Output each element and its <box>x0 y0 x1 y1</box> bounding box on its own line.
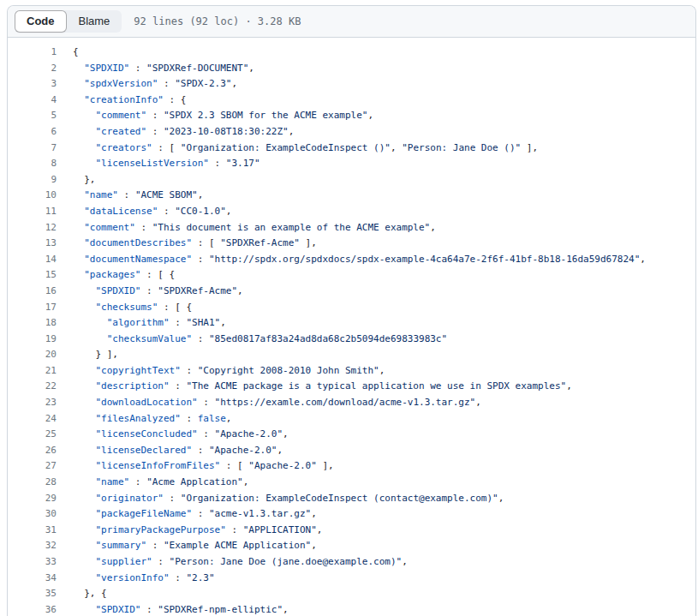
tab-code[interactable]: Code <box>15 10 67 33</box>
token-k: "comment" <box>96 110 147 121</box>
line-number[interactable]: 33 <box>8 554 57 571</box>
token-k: "checksums" <box>96 302 158 313</box>
line-number[interactable]: 8 <box>8 156 57 172</box>
token-p: , <box>566 380 572 392</box>
token-p: : <box>198 397 215 408</box>
token-c: false <box>198 413 226 424</box>
line-number[interactable]: 10 <box>8 188 57 204</box>
line-number[interactable]: 32 <box>8 538 57 554</box>
line-number[interactable]: 6 <box>8 124 57 141</box>
line-number[interactable]: 34 <box>8 571 57 587</box>
token-k: "description" <box>96 380 170 392</box>
token-k: "licenseDeclared" <box>96 445 193 456</box>
token-p: } ], <box>73 349 118 360</box>
line-number[interactable]: 35 <box>8 586 57 602</box>
line-number[interactable]: 30 <box>8 506 57 523</box>
line-number[interactable]: 15 <box>8 267 57 284</box>
token-p <box>73 460 96 471</box>
token-p <box>73 126 96 137</box>
line-number[interactable]: 13 <box>8 236 57 252</box>
token-p: , <box>226 206 232 217</box>
token-p: : <box>118 189 135 200</box>
code-line-row: 4 "creationInfo" : { <box>8 93 695 109</box>
line-number[interactable]: 7 <box>8 141 57 157</box>
line-number[interactable]: 28 <box>8 475 57 491</box>
code-blame-toggle: Code Blame <box>15 10 122 33</box>
line-number[interactable]: 12 <box>8 220 57 236</box>
code-line-row: 2 "SPDXID" : "SPDXRef-DOCUMENT", <box>8 61 695 77</box>
code-line-row: 30 "packageFileName" : "acme-v1.3.tar.gz… <box>8 506 695 523</box>
token-p: , <box>243 476 249 487</box>
line-number[interactable]: 14 <box>8 252 57 268</box>
token-p: : <box>192 333 209 344</box>
token-p <box>73 508 96 519</box>
line-number[interactable]: 4 <box>8 93 57 109</box>
line-number[interactable]: 3 <box>8 76 57 93</box>
token-s: "Person: Jane Doe (jane.doe@example.com)… <box>170 556 403 567</box>
line-number[interactable]: 21 <box>8 363 57 380</box>
line-number[interactable]: 25 <box>8 427 57 443</box>
token-p: : <box>140 604 158 615</box>
token-k: "licenseListVersion" <box>96 158 209 169</box>
token-p: }, { <box>73 588 107 599</box>
token-p <box>73 493 96 504</box>
token-p: , <box>311 540 317 551</box>
code-line: "licenseConcluded" : "Apache-2.0", <box>57 427 289 443</box>
code-line-row: 20 } ], <box>8 347 695 363</box>
file-stats: 92 lines (92 loc) · 3.28 KB <box>134 15 301 27</box>
token-p <box>73 397 96 408</box>
token-k: "SPDXID" <box>96 285 141 296</box>
token-p <box>73 206 84 217</box>
code-line-row: 33 "supplier" : "Person: Jane Doe (jane.… <box>8 554 695 571</box>
line-number[interactable]: 11 <box>8 204 57 220</box>
token-p: , <box>231 78 237 89</box>
line-number[interactable]: 9 <box>8 172 57 188</box>
code-line: "created" : "2023-10-08T18:30:22Z", <box>57 124 294 141</box>
code-line: }, <box>57 172 96 188</box>
line-number[interactable]: 17 <box>8 300 57 316</box>
line-number[interactable]: 27 <box>8 458 57 475</box>
token-s: "SHA1" <box>186 317 220 328</box>
code-line: }, { <box>57 586 107 602</box>
line-number[interactable]: 5 <box>8 108 57 124</box>
token-p <box>73 317 107 328</box>
token-p <box>73 380 96 392</box>
line-number[interactable]: 26 <box>8 443 57 459</box>
token-p <box>73 222 84 233</box>
token-s: "2.3" <box>186 572 214 583</box>
line-number[interactable]: 29 <box>8 491 57 507</box>
code-line-row: 12 "comment" : "This document is an exam… <box>8 220 695 236</box>
token-p <box>73 445 96 456</box>
line-number[interactable]: 1 <box>8 45 57 61</box>
token-k: "copyrightText" <box>96 365 181 376</box>
token-p: , <box>317 524 323 535</box>
tab-blame[interactable]: Blame <box>67 10 122 33</box>
line-number[interactable]: 24 <box>8 411 57 428</box>
line-number[interactable]: 18 <box>8 315 57 332</box>
token-k: "SPDXID" <box>96 604 141 615</box>
line-number[interactable]: 20 <box>8 347 57 363</box>
line-number[interactable]: 22 <box>8 379 57 395</box>
token-p <box>73 572 96 583</box>
line-number[interactable]: 2 <box>8 61 57 77</box>
token-p <box>73 237 84 248</box>
line-number[interactable]: 36 <box>8 602 57 616</box>
token-s: "SPDXRef-Acme" <box>158 285 237 296</box>
token-p: , <box>379 365 385 376</box>
line-number[interactable]: 19 <box>8 332 57 348</box>
token-p: : <box>140 285 158 296</box>
token-p: , <box>430 222 436 233</box>
token-p: : <box>170 317 187 328</box>
token-k: "comment" <box>84 222 135 233</box>
token-k: "created" <box>96 126 147 137</box>
line-number[interactable]: 16 <box>8 284 57 300</box>
token-s: "3.17" <box>226 158 260 169</box>
token-p <box>73 333 107 344</box>
token-s: "Copyright 2008-2010 John Smith" <box>198 365 379 376</box>
token-k: "licenseConcluded" <box>96 428 198 440</box>
line-number[interactable]: 23 <box>8 395 57 411</box>
token-p <box>73 302 96 313</box>
token-s: "Acme Applcation" <box>146 476 243 487</box>
code-line-row: 27 "licenseInfoFromFiles" : [ "Apache-2.… <box>8 458 695 475</box>
line-number[interactable]: 31 <box>8 523 57 539</box>
